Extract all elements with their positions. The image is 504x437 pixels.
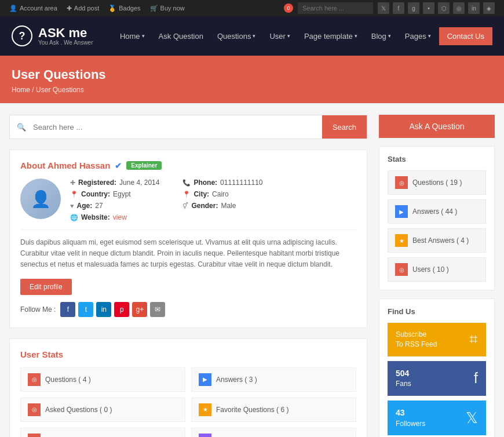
instagram-topbar-icon[interactable]: ◎: [453, 2, 465, 14]
logo: ? ASK me You Ask . We Answer: [12, 26, 93, 46]
rss-widget[interactable]: Subscribe To RSS Feed ⌗: [388, 323, 486, 356]
profile-body: 👤 ✚ Registered: June 4, 2014 📍 Country: …: [20, 179, 356, 221]
logo-subtitle: You Ask . We Answer: [38, 39, 93, 46]
logo-icon: ?: [12, 26, 32, 46]
website-field: 🌐 Website: view: [70, 213, 159, 221]
topbar-right: 0 𝕏 f g • ⬡ ◎ in ◈: [284, 2, 495, 14]
breadcrumb: Home / User Questions: [12, 86, 492, 94]
buy-now-link[interactable]: 🛒 Buy now: [150, 5, 185, 12]
stats-grid: ◎ Questions ( 4 ) ▶ Answers ( 3 ) ◎ Aske…: [20, 367, 356, 437]
badges-link[interactable]: 🏅 Badges: [108, 5, 140, 12]
user-icon: 👤: [9, 5, 17, 12]
stat-answers: ▶ Answers ( 3 ): [191, 367, 356, 392]
twitter-follow-button[interactable]: t: [78, 302, 93, 317]
chevron-down-icon: ▾: [388, 33, 391, 39]
city-field: 📍 City: Cairo: [182, 190, 262, 198]
ask-question-button[interactable]: Ask A Question: [379, 115, 495, 138]
sidebar-answers-icon: ▶: [395, 205, 408, 218]
rss-topbar-icon[interactable]: ◈: [483, 2, 495, 14]
profile-bio: Duis dapibus aliquam mi, eget euismod se…: [20, 230, 356, 271]
sidebar-stat-questions: ◎ Questions ( 19 ): [388, 170, 486, 195]
page-header: User Questions Home / User Questions: [0, 56, 504, 103]
country-field: 📍 Country: Egypt: [70, 190, 159, 198]
page-title: User Questions: [12, 67, 492, 82]
facebook-text: 504 Fans: [396, 368, 411, 389]
nav-home[interactable]: Home▾: [114, 27, 151, 45]
map-icon: 📍: [182, 191, 191, 198]
chevron-down-icon: ▾: [428, 33, 431, 39]
globe-icon: 🌐: [70, 214, 78, 221]
verified-icon: ✔: [115, 161, 122, 170]
logo-text: ASK me You Ask . We Answer: [38, 27, 93, 46]
questions-icon: ◎: [28, 373, 41, 386]
cart-icon: 🛒: [150, 5, 158, 12]
nav-page-template[interactable]: Page template▾: [298, 27, 363, 45]
linkedin-topbar-icon[interactable]: in: [468, 2, 480, 14]
edit-profile-button[interactable]: Edit profile: [20, 279, 72, 295]
vimeo-topbar-icon[interactable]: ⬡: [438, 2, 450, 14]
content-area: 🔍 Search About Ahmed Hassan ✔ Explainer …: [9, 115, 367, 437]
main-wrapper: 🔍 Search About Ahmed Hassan ✔ Explainer …: [0, 103, 504, 437]
search-bar: 🔍 Search: [9, 115, 367, 139]
sidebar-questions-icon: ◎: [395, 176, 408, 189]
twitter-icon: 𝕏: [466, 409, 478, 427]
badge-icon: 🏅: [108, 5, 116, 12]
header: ? ASK me You Ask . We Answer Home▾ Ask Q…: [0, 16, 504, 56]
nav-pages[interactable]: Pages▾: [399, 27, 437, 45]
twitter-widget[interactable]: 43 Followers 𝕏: [388, 400, 486, 435]
plus-circle-icon: ✚: [70, 179, 75, 187]
follow-label: Follow Me :: [20, 305, 56, 314]
topbar-social-icons: 𝕏 f g • ⬡ ◎ in ◈: [378, 2, 495, 14]
breadcrumb-separator: /: [32, 86, 34, 94]
website-link[interactable]: view: [113, 213, 127, 221]
phone-icon: 📞: [182, 179, 191, 187]
profile-details: ✚ Registered: June 4, 2014 📍 Country: Eg…: [70, 179, 356, 221]
find-us-card: Find Us Subscribe To RSS Feed ⌗ 504 Fans…: [379, 298, 495, 437]
twitter-topbar-icon[interactable]: 𝕏: [378, 2, 389, 14]
sidebar-stats-card: Stats ◎ Questions ( 19 ) ▶ Answers ( 44 …: [379, 146, 495, 290]
account-area-link[interactable]: 👤 Account area: [9, 5, 57, 12]
stat-points: ♥ Points ( 257 ): [191, 428, 356, 437]
chevron-down-icon: ▾: [287, 33, 290, 39]
facebook-follow-button[interactable]: f: [60, 302, 75, 317]
nav-contact[interactable]: Contact Us: [439, 27, 492, 45]
explainer-tag: Explainer: [126, 161, 162, 170]
main-nav: Home▾ Ask Question Questions▾ User▾ Page…: [114, 27, 492, 45]
stat-asked-questions: ◎ Asked Questions ( 0 ): [20, 398, 185, 422]
pinterest-follow-button[interactable]: p: [114, 302, 129, 317]
add-post-link[interactable]: ✚ Add post: [67, 5, 99, 12]
social-follow: f t in p g+ ✉: [60, 302, 165, 317]
nav-ask-question[interactable]: Ask Question: [153, 27, 209, 45]
facebook-topbar-icon[interactable]: f: [393, 2, 404, 14]
google-topbar-icon[interactable]: g: [408, 2, 419, 14]
breadcrumb-home-link[interactable]: Home: [12, 86, 30, 94]
notification-count[interactable]: 0: [284, 3, 293, 13]
plus-icon: ✚: [67, 5, 72, 12]
stat-questions: ◎ Questions ( 4 ): [20, 367, 185, 392]
nav-user[interactable]: User▾: [264, 27, 295, 45]
search-input[interactable]: [33, 115, 322, 139]
topbar: 👤 Account area ✚ Add post 🏅 Badges 🛒 Buy…: [0, 0, 504, 16]
nav-blog[interactable]: Blog▾: [366, 27, 397, 45]
avatar: 👤: [20, 179, 61, 219]
sidebar: Ask A Question Stats ◎ Questions ( 19 ) …: [379, 115, 495, 437]
sidebar-users-icon: ◎: [395, 263, 408, 276]
sidebar-stats-heading: Stats: [388, 155, 486, 163]
gender-icon: ⚥: [182, 202, 188, 210]
nav-questions[interactable]: Questions▾: [211, 27, 262, 45]
location-icon: 📍: [70, 191, 78, 198]
stat-favorite-questions: ★ Favorite Questions ( 6 ): [191, 398, 356, 422]
linkedin-follow-button[interactable]: in: [96, 302, 111, 317]
search-button[interactable]: Search: [322, 115, 367, 139]
facebook-icon: f: [474, 369, 478, 387]
googleplus-follow-button[interactable]: g+: [132, 302, 147, 317]
chevron-down-icon: ▾: [142, 33, 145, 39]
topbar-search-input[interactable]: [298, 2, 373, 14]
flickr-topbar-icon[interactable]: •: [423, 2, 434, 14]
points-icon: ♥: [199, 434, 211, 437]
profile-heading: About Ahmed Hassan ✔ Explainer: [20, 161, 356, 170]
registered-field: ✚ Registered: June 4, 2014: [70, 179, 159, 187]
facebook-widget[interactable]: 504 Fans f: [388, 361, 486, 396]
chevron-down-icon: ▾: [355, 33, 357, 39]
email-follow-button[interactable]: ✉: [150, 302, 165, 317]
